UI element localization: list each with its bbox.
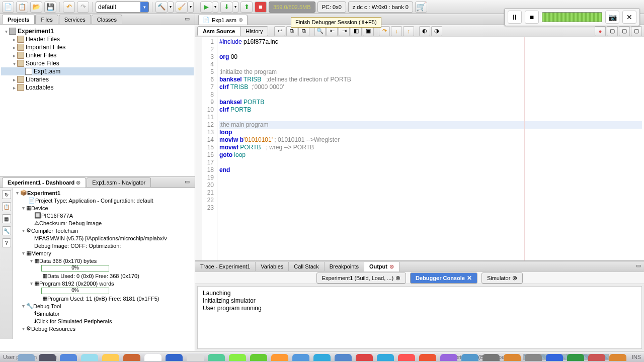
tab-breakpoints[interactable]: Breakpoints [325, 262, 364, 271]
build-menu-icon[interactable]: ▾ [168, 2, 174, 13]
new-file-icon[interactable]: 📄 [2, 2, 14, 13]
dash-tool-icon[interactable]: 🔧 [2, 226, 11, 235]
subtab-simulator[interactable]: Simulator⊗ [481, 273, 523, 284]
cart-icon[interactable]: 🛒 [415, 2, 427, 13]
dash-refresh-icon[interactable]: ↻ [2, 190, 11, 199]
tab-callstack[interactable]: Call Stack [289, 262, 325, 271]
output-max-icon[interactable]: ▭ [636, 262, 644, 270]
et-step-in-icon[interactable]: ↓ [391, 26, 402, 36]
led-strip [542, 12, 602, 22]
editor-tab[interactable]: 📄 Exp1.asm⊗ [198, 15, 248, 25]
tab-variables[interactable]: Variables [256, 262, 289, 271]
finish-session-tooltip: Finish Debugger Session (⇧+F5) [291, 17, 381, 28]
minimize-icon[interactable]: ▭ [185, 16, 193, 24]
save-icon[interactable]: 💾 [44, 2, 56, 13]
et-rec-icon[interactable]: ● [595, 26, 606, 36]
run-icon[interactable]: ▶ [200, 2, 212, 13]
projects-tabs: Projects Files Services Classes ▭ [0, 14, 195, 25]
dashboard-tabs: Experiment1 - Dashboard ⊗ Exp1.asm - Nav… [0, 177, 195, 188]
stop-debug-icon[interactable]: ■ [525, 11, 539, 24]
tree-source-file: Exp1.asm [1, 67, 194, 75]
download-menu-icon[interactable]: ▾ [232, 2, 238, 13]
et-m2-icon[interactable]: ▢ [619, 26, 630, 36]
debug-float-toolbar: ⏸ ■ 📷 ✕ [504, 8, 640, 26]
debugger-console[interactable]: LaunchingInitializing simulatorUser prog… [197, 286, 642, 349]
tab-navigator[interactable]: Exp1.asm - Navigator [87, 177, 151, 187]
seg-history[interactable]: History [240, 27, 268, 36]
et-step-out-icon[interactable]: ↑ [403, 26, 414, 36]
run-menu-icon[interactable]: ▾ [212, 2, 218, 13]
close-tab-icon[interactable]: ⊗ [238, 17, 243, 23]
config-combo[interactable]: default▾ [96, 2, 149, 13]
output-subtabs: Experiment1 (Build, Load, ...)⊗ Debugger… [195, 272, 644, 284]
et-m1-icon[interactable]: ▢ [607, 26, 618, 36]
clean-menu-icon[interactable]: ▾ [188, 2, 194, 13]
pause-icon[interactable]: ⏸ [508, 11, 522, 24]
dash-chip-icon[interactable]: ▦ [2, 214, 11, 223]
minimize-dash-icon[interactable]: ▭ [185, 178, 193, 187]
project-tree[interactable]: ▾Experiment1 ▸Header Files ▸Important Fi… [0, 25, 195, 176]
subtab-build[interactable]: Experiment1 (Build, Load, ...)⊗ [316, 273, 406, 284]
editor-toolbar: Asm Source History ↩ ⧉ ⧉ 🔍 ⇤ ⇥ ◧ ▣ ↷ ↓ ↑… [195, 25, 644, 37]
tree-project-root: ▾Experiment1 [1, 27, 194, 35]
registers-badge: z dc c : W:0x0 : bank 0 [348, 2, 413, 13]
download-icon[interactable]: ⬇ [220, 2, 232, 13]
tab-classes[interactable]: Classes [92, 15, 122, 24]
seg-asm-source[interactable]: Asm Source [198, 27, 240, 36]
code-editor[interactable]: 1234567891011121314151617181920212223 #i… [195, 37, 644, 260]
output-tabs: Trace - Experiment1 Variables Call Stack… [195, 261, 644, 272]
tab-projects[interactable]: Projects [2, 15, 35, 24]
tab-trace[interactable]: Trace - Experiment1 [195, 262, 256, 271]
dash-help-icon[interactable]: ? [2, 238, 11, 247]
memory-badge: 359.0/802.5MB [269, 2, 315, 13]
pc-badge: PC: 0x0 [317, 2, 346, 13]
undo-icon[interactable]: ↶ [63, 2, 75, 13]
read-icon[interactable]: ⬆ [240, 2, 253, 13]
camera-icon[interactable]: 📷 [605, 11, 619, 24]
et-last-edit-icon[interactable]: ↩ [274, 26, 285, 36]
subtab-debugger[interactable]: Debugger Console✕ [410, 273, 477, 284]
tab-dashboard[interactable]: Experiment1 - Dashboard ⊗ [2, 177, 86, 188]
tab-services[interactable]: Services [59, 15, 91, 24]
open-icon[interactable]: 📂 [30, 2, 42, 13]
dash-prop-icon[interactable]: 📋 [2, 202, 11, 211]
new-project-icon[interactable]: 📋 [16, 2, 28, 13]
tab-output[interactable]: Output⊗ [364, 262, 399, 272]
close-float-icon[interactable]: ✕ [622, 11, 636, 24]
et-m3-icon[interactable]: ▢ [631, 26, 642, 36]
build-icon[interactable]: 🔨 [155, 2, 168, 13]
tab-files[interactable]: Files [35, 15, 58, 24]
et-bp2-icon[interactable]: ◑ [431, 26, 442, 36]
stop-icon[interactable]: ■ [255, 2, 267, 13]
clean-build-icon[interactable]: 🧹 [176, 2, 188, 13]
dashboard-panel: ↻ 📋 ▦ 🔧 ? ▾📦 Experiment1 📄 Project Type:… [0, 188, 195, 351]
redo-icon[interactable]: ↷ [77, 2, 89, 13]
macos-dock[interactable] [0, 353, 644, 362]
et-bp1-icon[interactable]: ◐ [419, 26, 430, 36]
